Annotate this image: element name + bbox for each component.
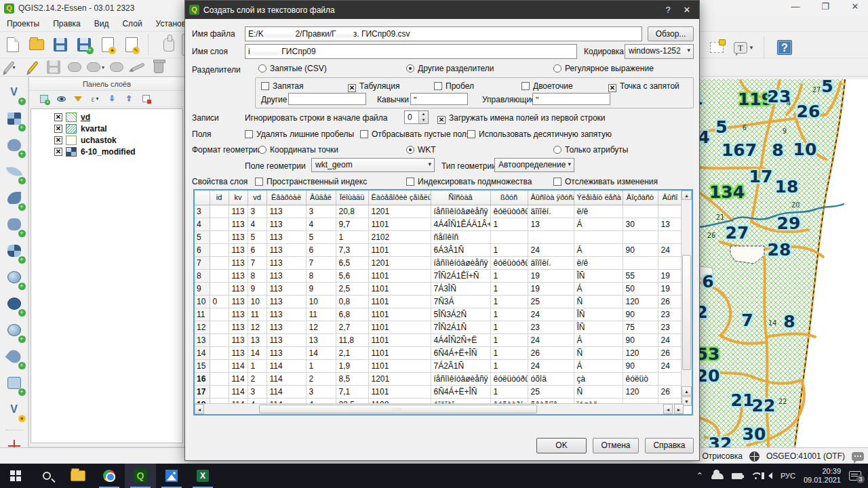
new-project-button[interactable]	[2, 34, 24, 56]
help-button[interactable]: Справка	[645, 438, 694, 453]
save-edits-button[interactable]	[44, 59, 63, 75]
toggle-editing-button[interactable]	[23, 59, 42, 75]
radio-wkt[interactable]: WKT	[406, 145, 436, 155]
action-center-icon[interactable]: 3	[849, 471, 861, 481]
radio-regex[interactable]: Регулярное выражение	[553, 64, 654, 73]
wifi-icon[interactable]	[751, 472, 760, 479]
layer-checkbox[interactable]	[54, 125, 62, 133]
dialog-close-button[interactable]: ✕	[679, 3, 695, 16]
new-shapefile-layer-icon[interactable]: V★	[5, 403, 23, 420]
expand-all-icon[interactable]: ⇩	[106, 94, 117, 104]
quote-input[interactable]: "	[410, 93, 468, 105]
scroll-right-icon[interactable]: ►	[674, 404, 684, 414]
node-tool-button[interactable]	[128, 59, 147, 75]
horizontal-scrollbar[interactable]: ◄ ::::: ◄ ►	[195, 403, 684, 414]
tray-expand-icon[interactable]: ⌃	[696, 471, 703, 481]
search-button[interactable]	[31, 464, 62, 488]
menu-item-1[interactable]: Проекты	[0, 17, 46, 30]
add-virtual-layer-icon[interactable]: +	[5, 377, 23, 393]
delete-selected-button[interactable]	[149, 59, 168, 75]
layer-name-input[interactable]: i............. ГИСпр09	[245, 44, 577, 59]
file-explorer-button[interactable]	[62, 464, 94, 488]
layer-item-kvartal[interactable]: kvartal	[54, 123, 182, 134]
messages-icon[interactable]	[852, 452, 864, 461]
layer-visibility-icon[interactable]	[56, 94, 66, 104]
scroll-up2-icon[interactable]: ▲	[682, 386, 692, 396]
encoding-combobox[interactable]: windows-1252	[625, 44, 694, 59]
horizontal-scroll-thumb[interactable]: :::::	[259, 405, 537, 413]
expression-filter-icon[interactable]: ε▾	[90, 94, 100, 104]
radio-other-delimiters[interactable]: Другие разделители	[406, 64, 494, 73]
minimize-button[interactable]: —	[788, 1, 803, 12]
new-composer-button[interactable]: ★	[97, 34, 119, 56]
add-wms-layer-icon[interactable]: +	[5, 271, 23, 287]
checkbox-first-row-fields[interactable]: Загружать имена полей из первой строки	[437, 113, 606, 124]
remove-layer-icon[interactable]	[140, 94, 151, 104]
menu-item-2[interactable]: Правка	[46, 17, 87, 30]
escape-input[interactable]: "	[532, 93, 610, 105]
qgis-taskbar-button[interactable]: Q	[125, 464, 156, 488]
skip-lines-spinner[interactable]: 0▲▼	[404, 110, 429, 124]
browse-button[interactable]: Обзор...	[648, 26, 694, 41]
add-spatialite-layer-icon[interactable]: +	[5, 165, 23, 182]
map-tips-button[interactable]	[706, 37, 728, 58]
other-delim-input[interactable]	[288, 93, 366, 105]
scroll-left2-icon[interactable]: ◄	[663, 404, 673, 414]
add-db2-layer-icon[interactable]: +	[5, 245, 23, 261]
add-vector-layer-icon[interactable]: V+	[5, 86, 23, 102]
scroll-up-icon[interactable]: ▲	[682, 190, 692, 200]
add-oracle-georaster-icon[interactable]: +	[5, 350, 23, 367]
chrome-button[interactable]	[94, 464, 125, 488]
save-project-button[interactable]	[50, 34, 71, 56]
scroll-left-icon[interactable]: ◄	[195, 404, 204, 414]
checkbox-comma[interactable]: Запятая	[261, 81, 303, 91]
add-feature-button[interactable]	[65, 59, 84, 75]
add-raster-layer-icon[interactable]: +	[5, 113, 23, 129]
layer-checkbox[interactable]	[54, 148, 62, 156]
battery-icon[interactable]	[732, 473, 743, 479]
radio-point-coords[interactable]: Координаты точки	[258, 145, 338, 155]
move-feature-button[interactable]	[107, 59, 126, 75]
checkbox-watch-file[interactable]: Отслеживать изменения	[553, 177, 658, 186]
checkbox-colon[interactable]: Двоеточие	[521, 81, 573, 91]
radio-csv[interactable]: Запятые (CSV)	[258, 64, 327, 73]
add-mssql-layer-icon[interactable]: +	[5, 192, 23, 208]
geometry-field-combobox[interactable]: wkt_geom	[311, 158, 435, 172]
add-circular-button[interactable]: ▾	[86, 59, 105, 75]
vertical-scroll-thumb[interactable]	[682, 255, 691, 370]
language-indicator[interactable]: РУС	[781, 472, 795, 480]
start-button[interactable]	[0, 464, 31, 488]
collapse-all-icon[interactable]: ⇧	[123, 94, 134, 104]
add-wcs-layer-icon[interactable]: +	[5, 298, 23, 314]
menu-item-4[interactable]: Слой	[115, 17, 149, 30]
crs-status[interactable]: OSGEO:41001 (OTF)	[766, 451, 845, 461]
speaker-icon[interactable]	[768, 472, 772, 479]
current-edits-button[interactable]: ▾	[2, 59, 21, 75]
checkbox-subset-index[interactable]: Индексировать подмножества	[406, 177, 532, 186]
filter-legend-icon[interactable]	[73, 94, 83, 104]
ok-button[interactable]: OK	[536, 438, 587, 453]
layer-item-uchastok[interactable]: uchastok	[54, 135, 182, 146]
photos-button[interactable]	[156, 464, 187, 488]
label-tool-button[interactable]: T▼	[730, 37, 758, 58]
layer-item-vd[interactable]: vd	[54, 112, 182, 123]
help-button-toolbar[interactable]: ?	[774, 37, 795, 58]
excel-button[interactable]: X	[187, 464, 218, 488]
onedrive-icon[interactable]	[711, 473, 724, 479]
checkbox-tab[interactable]: Табуляция	[348, 81, 399, 92]
cancel-button[interactable]: Отмена	[593, 438, 639, 453]
vertical-scrollbar[interactable]: ▲ ▲ ▼	[681, 190, 692, 406]
spinner-arrows-icon[interactable]: ▲▼	[418, 111, 428, 123]
layer-item-6-10_modified[interactable]: 6-10_modified	[54, 146, 182, 157]
clock[interactable]: 20:3909.01.2021	[804, 467, 841, 485]
touch-zoom-button[interactable]	[158, 34, 180, 56]
map-canvas[interactable]: 1119232754265469167810171813420212927262…	[700, 79, 868, 447]
radio-attributes-only[interactable]: Только атрибуты	[553, 145, 628, 155]
dialog-help-button[interactable]: ?	[660, 3, 676, 16]
maximize-button[interactable]: ❐	[818, 1, 833, 12]
file-name-input[interactable]: E:/K..............2/Правки/Г........з. Г…	[245, 26, 642, 41]
composer-manager-button[interactable]: ✎	[121, 34, 142, 56]
checkbox-space[interactable]: Пробел	[434, 81, 474, 91]
checkbox-discard-empty[interactable]: Отбрасывать пустые поля	[360, 129, 471, 139]
add-oracle-layer-icon[interactable]: +	[5, 218, 23, 235]
